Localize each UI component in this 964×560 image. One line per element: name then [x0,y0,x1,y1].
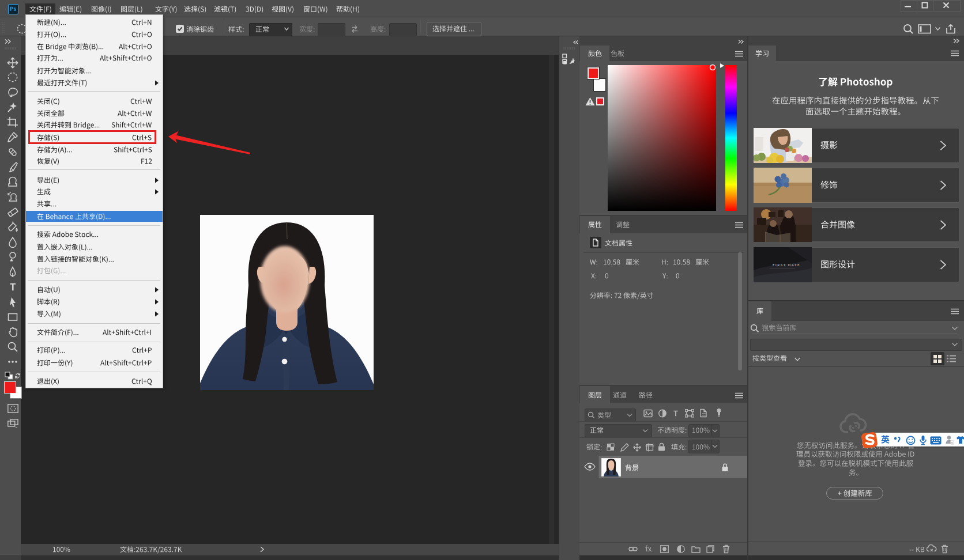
svg-text:s: s [951,441,953,444]
svg-text:FIRST DATE: FIRST DATE [773,263,800,267]
